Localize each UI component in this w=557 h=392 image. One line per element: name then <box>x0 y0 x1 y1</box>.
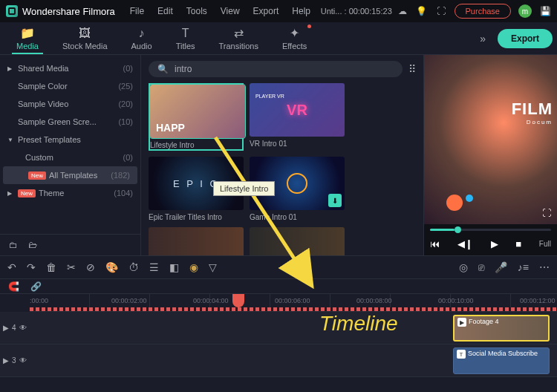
menu-edit[interactable]: Edit <box>152 3 179 19</box>
crop-tool-icon[interactable]: ◧ <box>169 261 179 273</box>
prev-frame-icon[interactable]: ⏮ <box>430 238 440 249</box>
media-thumbnail[interactable] <box>149 227 244 255</box>
fullscreen-button[interactable]: Full <box>539 240 551 248</box>
tab-effects[interactable]: ✦ Effects <box>270 23 319 53</box>
speed-icon[interactable]: ⏱ <box>128 261 139 273</box>
menu-help[interactable]: Help <box>286 3 316 19</box>
sidebar-item[interactable]: ▶NewTheme(104) <box>0 184 140 202</box>
tab-titles[interactable]: T Titles <box>164 24 207 53</box>
search-box[interactable]: 🔍 <box>149 61 403 77</box>
media-thumbnail[interactable] <box>250 227 345 255</box>
step-back-icon[interactable]: ◀❙ <box>457 238 473 249</box>
sidebar-item[interactable]: Sample Video(20) <box>0 95 140 113</box>
chevron-icon: ▶ <box>7 190 12 197</box>
sidebar-item-label: Shared Media <box>18 64 123 73</box>
audio-settings-icon[interactable]: ♪≡ <box>518 261 529 273</box>
app-logo: Wondershare Filmora <box>6 5 115 17</box>
video-clip[interactable]: ▶ Footage 4 <box>453 315 550 342</box>
workspace: ▶Shared Media(0)Sample Color(25)Sample V… <box>0 55 557 255</box>
track-body[interactable]: T Social Media Subscribe <box>30 344 557 376</box>
ruler-time: 00:00:12:00 <box>520 297 557 304</box>
adjust-icon[interactable]: ☰ <box>149 261 159 273</box>
playhead[interactable]: ✂ <box>238 294 239 311</box>
tl-more-icon[interactable]: ⋯ <box>539 261 550 273</box>
save-icon[interactable]: 💾 <box>539 5 551 17</box>
sidebar-item[interactable]: Sample Green Scre...(10) <box>0 113 140 131</box>
tab-audio[interactable]: ♪ Audio <box>120 24 164 53</box>
title-track: ▶ 3 👁 T Social Media Subscribe <box>0 344 557 377</box>
menu-file[interactable]: File <box>124 3 150 19</box>
play-icon[interactable]: ▶ <box>491 238 498 249</box>
open-folder-icon[interactable]: 🗁 <box>27 239 39 251</box>
crop-icon[interactable]: ⛶ <box>542 208 551 218</box>
magnet-icon[interactable]: 🧲 <box>7 281 19 293</box>
tips-icon[interactable]: 💡 <box>416 5 428 17</box>
sidebar-item-count: (20) <box>118 99 133 108</box>
track-header[interactable]: ▶ 3 👁 <box>0 356 30 365</box>
more-tabs-icon[interactable]: » <box>474 33 492 45</box>
visibility-icon[interactable]: 👁 <box>19 324 27 332</box>
download-icon[interactable]: ⬇ <box>328 194 342 207</box>
purchase-button[interactable]: Purchase <box>455 4 511 19</box>
preview-shape <box>446 195 463 211</box>
thumbnail-label: Game Intro 01 <box>250 213 345 221</box>
export-button[interactable]: Export <box>498 29 553 48</box>
sidebar-item[interactable]: ▶Shared Media(0) <box>0 59 140 77</box>
tab-media[interactable]: 📁 Media <box>4 23 51 53</box>
logo-icon <box>6 5 18 17</box>
preview-panel: FILM Docum ⛶ ⏮ ◀❙ ▶ ■ Full <box>423 55 557 255</box>
preview-scrubber[interactable] <box>424 224 557 235</box>
delete-icon[interactable]: 🗑 <box>46 261 56 273</box>
tab-stock-media[interactable]: 🖼 Stock Media <box>51 24 120 53</box>
thumbnail-label: Epic Trailer Titles Intro <box>149 213 244 221</box>
playhead-handle-icon[interactable] <box>232 294 244 307</box>
tag-icon[interactable]: ⊘ <box>86 261 95 273</box>
link-icon[interactable]: 🔗 <box>30 281 42 293</box>
sidebar-item-count: (104) <box>114 189 133 197</box>
voiceover-icon[interactable]: 🎤 <box>495 261 507 273</box>
cut-icon[interactable]: ✂ <box>67 261 76 273</box>
clip-type-icon: ▶ <box>457 318 466 327</box>
marker-icon[interactable]: ▽ <box>209 261 217 273</box>
sidebar-item[interactable]: NewAll Templates(182) <box>3 166 137 184</box>
cloud-icon[interactable]: ☁ <box>397 5 408 17</box>
undo-icon[interactable]: ↶ <box>7 261 16 273</box>
media-thumbnail[interactable]: VR Intro 01 <box>250 83 345 151</box>
color-icon[interactable]: 🎨 <box>105 261 118 273</box>
keyframe-icon[interactable]: ◉ <box>189 261 198 273</box>
ruler-time: 00:00:10:00 <box>438 297 520 304</box>
media-thumbnail[interactable]: Lifestyle Intro <box>149 83 244 151</box>
avatar[interactable]: m <box>518 4 532 18</box>
chevron-icon: ▶ <box>7 65 12 72</box>
sidebar-toolbar: 🗀 🗁 <box>0 234 140 255</box>
record-icon[interactable]: ⎚ <box>478 261 484 273</box>
video-track-icon: ▶ <box>3 324 9 332</box>
new-folder-icon[interactable]: 🗀 <box>7 239 19 251</box>
search-input[interactable] <box>175 64 394 74</box>
title-clip[interactable]: T Social Media Subscribe <box>453 347 550 374</box>
menu-view[interactable]: View <box>215 3 246 19</box>
grid-view-icon[interactable]: ⠿ <box>408 63 416 75</box>
sidebar-item[interactable]: Custom(0) <box>0 148 140 166</box>
ribbon: 📁 Media 🖼 Stock Media ♪ Audio T Titles ⇄… <box>0 22 557 55</box>
preview-subtitle: Docum <box>527 119 553 125</box>
sidebar-item[interactable]: ▼Preset Templates <box>0 131 140 148</box>
sidebar-item-label: Sample Color <box>18 82 118 91</box>
track-body[interactable]: ▶ Footage 4 <box>30 312 557 344</box>
preview-canvas[interactable]: FILM Docum ⛶ <box>424 55 557 224</box>
sidebar-item[interactable]: Sample Color(25) <box>0 77 140 95</box>
sidebar-item-count: (0) <box>123 153 133 162</box>
sidebar-item-count: (182) <box>111 171 130 180</box>
menu-export[interactable]: Export <box>247 3 285 19</box>
mixer-icon[interactable]: ◎ <box>459 261 468 273</box>
visibility-icon[interactable]: 👁 <box>19 356 27 365</box>
menu-tools[interactable]: Tools <box>180 3 213 19</box>
expand-icon[interactable]: ⛶ <box>435 5 447 17</box>
tab-transitions[interactable]: ⇄ Transitions <box>207 23 270 53</box>
redo-icon[interactable]: ↷ <box>27 261 36 273</box>
timeline-ruler[interactable]: :00:0000:00:02:0000:00:04:0000:00:06:000… <box>30 294 557 312</box>
track-header[interactable]: ▶ 4 👁 <box>0 324 30 332</box>
sidebar-item-count: (10) <box>118 117 133 126</box>
stop-icon[interactable]: ■ <box>515 238 521 249</box>
sidebar-item-count: (0) <box>123 64 133 73</box>
